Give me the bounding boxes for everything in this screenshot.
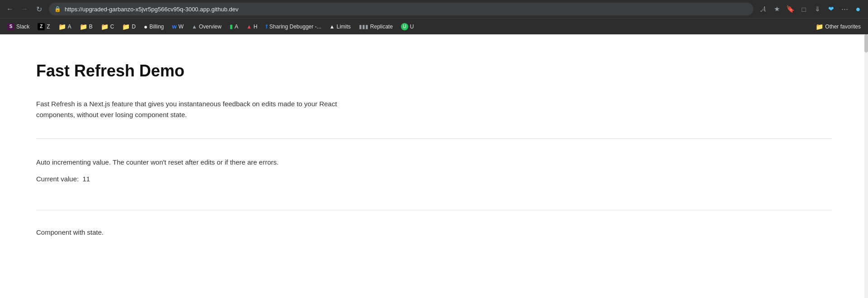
- extension-button[interactable]: ❤: [825, 3, 837, 15]
- browser-tab-button[interactable]: □: [797, 3, 810, 15]
- bookmark-u-label: U: [410, 24, 414, 30]
- slack-icon: S: [7, 23, 14, 30]
- other-favorites-label: Other favorites: [825, 24, 861, 30]
- bookmark-replicate-label: Replicate: [370, 24, 393, 30]
- bookmark-a-bar-label: A: [235, 24, 238, 30]
- browser-title-bar: ← → ↻ 🔒 https://upgraded-garbanzo-x5jvr5…: [0, 0, 868, 18]
- z-icon: Z: [38, 23, 45, 30]
- component-state-text: Component with state.: [36, 228, 832, 236]
- refresh-button[interactable]: ↻: [33, 3, 45, 15]
- bookmarks-bar: S Slack Z Z 📁 A 📁 B 📁 C 📁 D ● Billing w …: [0, 18, 868, 34]
- bookmark-w-label: W: [179, 24, 184, 30]
- section-divider: [36, 138, 832, 139]
- folder-c-icon: 📁: [101, 23, 108, 30]
- read-aloud-button[interactable]: 𝓐: [757, 3, 769, 15]
- auto-increment-text: Auto incrementing value. The counter won…: [36, 157, 832, 168]
- page-content: Fast Refresh Demo Fast Refresh is a Next…: [0, 34, 868, 298]
- facebook-icon: f: [265, 23, 267, 30]
- bookmark-w[interactable]: w W: [169, 21, 187, 32]
- download-button[interactable]: ⇓: [811, 3, 824, 15]
- replicate-icon: ▮▮▮: [359, 24, 368, 30]
- scrollbar[interactable]: [864, 34, 868, 298]
- folder-a-icon: 📁: [58, 23, 66, 30]
- browser-toolbar-icons: 𝓐 ★ 🔖 □ ⇓ ❤ ⋯ ●: [757, 3, 864, 15]
- address-bar[interactable]: 🔒 https://upgraded-garbanzo-x5jvr5pg566c…: [49, 3, 753, 15]
- bookmark-folder-a-label: A: [68, 24, 71, 30]
- w-icon: w: [172, 23, 177, 30]
- favorites-button[interactable]: ★: [770, 3, 783, 15]
- bookmark-limits[interactable]: ▲ Limits: [326, 22, 354, 32]
- bookmark-folder-b-label: B: [89, 24, 93, 30]
- folder-b-icon: 📁: [80, 23, 87, 30]
- current-value-label: Current value:: [36, 175, 79, 183]
- github-icon: ●: [144, 23, 147, 30]
- url-text: https://upgraded-garbanzo-x5jvr5pg566cv9…: [65, 6, 748, 13]
- page-title: Fast Refresh Demo: [36, 61, 832, 80]
- bookmark-billing-label: Billing: [150, 24, 164, 30]
- other-favorites[interactable]: 📁 Other favorites: [812, 21, 864, 32]
- bookmark-replicate[interactable]: ▮▮▮ Replicate: [355, 22, 396, 32]
- bookmark-sharing-label: Sharing Debugger -...: [269, 24, 321, 30]
- bookmark-a-bar[interactable]: ▮ A: [226, 22, 242, 32]
- bookmark-overview[interactable]: ▲ Overview: [188, 22, 225, 32]
- bookmark-h-label: H: [254, 24, 258, 30]
- collections-button[interactable]: 🔖: [784, 3, 797, 15]
- u-icon: U: [401, 23, 408, 30]
- current-value-text: Current value: 11: [36, 175, 832, 183]
- a-bar-icon: ▮: [230, 24, 233, 30]
- other-favorites-folder-icon: 📁: [816, 23, 823, 30]
- bookmark-sharing[interactable]: f Sharing Debugger -...: [262, 21, 325, 32]
- bookmark-slack[interactable]: S Slack: [4, 21, 33, 32]
- bookmark-h[interactable]: ▲ H: [243, 22, 261, 32]
- bookmark-slack-label: Slack: [16, 24, 29, 30]
- bookmark-overview-label: Overview: [199, 24, 222, 30]
- edge-profile-button[interactable]: ●: [852, 3, 864, 15]
- current-value-number: 11: [82, 175, 90, 183]
- section-divider-2: [36, 210, 832, 210]
- bookmark-folder-d-label: D: [132, 24, 136, 30]
- lock-icon: 🔒: [54, 6, 61, 12]
- bookmark-u[interactable]: U U: [397, 21, 418, 32]
- back-button[interactable]: ←: [4, 3, 16, 15]
- forward-button[interactable]: →: [18, 3, 31, 15]
- folder-d-icon: 📁: [122, 23, 130, 30]
- bookmark-folder-a[interactable]: 📁 A: [55, 21, 75, 32]
- page-description: Fast Refresh is a Next.js feature that g…: [36, 99, 353, 120]
- monitor-icon: ▲: [192, 24, 197, 30]
- limits-icon: ▲: [330, 24, 335, 30]
- triangle-icon: ▲: [246, 24, 252, 30]
- bookmark-folder-d[interactable]: 📁 D: [118, 21, 139, 32]
- bookmark-folder-c[interactable]: 📁 C: [97, 21, 118, 32]
- bookmark-folder-b[interactable]: 📁 B: [76, 21, 96, 32]
- bookmark-limits-label: Limits: [336, 24, 350, 30]
- bookmark-z[interactable]: Z Z: [34, 21, 53, 32]
- bookmark-folder-c-label: C: [110, 24, 114, 30]
- bookmark-billing[interactable]: ● Billing: [140, 21, 167, 32]
- more-button[interactable]: ⋯: [838, 3, 851, 15]
- bookmark-z-label: Z: [47, 24, 50, 30]
- scrollbar-thumb[interactable]: [864, 34, 868, 52]
